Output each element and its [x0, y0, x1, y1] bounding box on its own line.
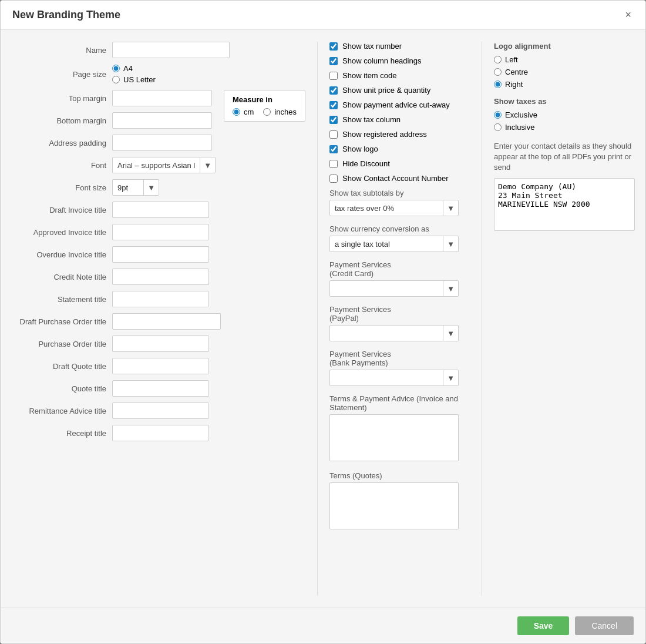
terms-quotes-section: Terms (Quotes)	[329, 471, 470, 531]
show-item-code-row: Show item code	[329, 71, 470, 80]
remittance-row: Remittance Advice title REMITTANCE ADVIC…	[12, 402, 305, 419]
payment-bank-arrow-icon[interactable]: ▼	[443, 370, 458, 385]
tax-subtotals-value: tax rates over 0%	[330, 204, 443, 213]
bottom-margin-label: Bottom margin	[12, 116, 112, 125]
hide-discount-checkbox[interactable]	[329, 160, 338, 168]
draft-invoice-input[interactable]: DRAFT INVOICE	[112, 202, 209, 218]
show-unit-price-checkbox[interactable]	[329, 86, 338, 95]
receipt-input[interactable]: RECEIPT	[112, 425, 209, 441]
tax-inclusive-radio[interactable]	[494, 123, 502, 131]
tax-subtotals-arrow-icon[interactable]: ▼	[443, 200, 458, 216]
receipt-row: Receipt title RECEIPT	[12, 425, 305, 441]
contact-details-textarea[interactable]: Demo Company (AU) 23 Main Street MARINEV…	[494, 178, 635, 231]
currency-conversion-arrow-icon[interactable]: ▼	[443, 236, 458, 251]
tax-inclusive-label: Inclusive	[505, 123, 535, 132]
overdue-invoice-input[interactable]: TAX INVOICE	[112, 246, 209, 263]
draft-invoice-label: Draft Invoice title	[12, 206, 112, 214]
payment-paypal-select[interactable]: ▼	[329, 325, 459, 341]
payment-paypal-arrow-icon[interactable]: ▼	[443, 326, 458, 341]
name-input[interactable]	[112, 42, 230, 58]
remittance-input[interactable]: REMITTANCE ADVICE	[112, 402, 209, 419]
logo-left-radio[interactable]	[494, 56, 502, 63]
tax-exclusive-option[interactable]: Exclusive	[494, 110, 635, 119]
top-margin-row: Top margin 1.35	[12, 90, 212, 106]
page-size-us[interactable]: US Letter	[112, 75, 156, 84]
draft-po-input[interactable]: DRAFT PURCHASE ORDER	[112, 313, 221, 330]
measure-inches-label: inches	[274, 108, 297, 116]
statement-input[interactable]: STATEMENT	[112, 291, 209, 307]
show-column-headings-checkbox[interactable]	[329, 57, 338, 65]
page-size-a4-label: A4	[123, 64, 133, 73]
logo-right-option[interactable]: Right	[494, 80, 635, 89]
show-registered-address-checkbox[interactable]	[329, 130, 338, 139]
show-contact-account-checkbox[interactable]	[329, 175, 338, 183]
purchase-order-input[interactable]: PURCHASE ORDER	[112, 336, 209, 352]
address-padding-input[interactable]: 1.00	[112, 135, 212, 151]
show-logo-checkbox[interactable]	[329, 145, 338, 153]
payment-paypal-label: Payment Services (PayPal)	[329, 305, 470, 323]
show-contact-account-row: Show Contact Account Number	[329, 174, 470, 183]
left-column: Name Page size A4 US Letter	[12, 42, 318, 596]
measure-inches-radio[interactable]	[263, 108, 271, 116]
tax-subtotals-select[interactable]: tax rates over 0% ▼	[329, 200, 459, 216]
font-size-row: Font size 9pt ▼	[12, 179, 305, 196]
name-label: Name	[12, 46, 112, 55]
logo-centre-label: Centre	[505, 68, 528, 76]
credit-note-input[interactable]: CREDIT NOTE	[112, 269, 209, 285]
tax-exclusive-radio[interactable]	[494, 111, 502, 119]
measure-cm[interactable]: cm	[233, 108, 254, 116]
modal-footer: Save Cancel	[1, 608, 645, 643]
page-size-us-label: US Letter	[123, 75, 156, 84]
quote-input[interactable]: QUOTE	[112, 380, 209, 397]
modal-container: New Branding Theme × Name Page size A4	[0, 0, 646, 644]
top-margin-input[interactable]: 1.35	[112, 90, 212, 106]
show-item-code-checkbox[interactable]	[329, 72, 338, 80]
name-row: Name	[12, 42, 305, 58]
font-label: Font	[12, 161, 112, 170]
page-size-a4-radio[interactable]	[112, 65, 120, 72]
draft-quote-input[interactable]: DRAFT QUOTE	[112, 358, 209, 374]
remittance-label: Remittance Advice title	[12, 407, 112, 415]
show-tax-number-checkbox[interactable]	[329, 42, 338, 51]
hide-discount-row: Hide Discount	[329, 159, 470, 168]
font-size-select[interactable]: 9pt ▼	[112, 179, 159, 196]
bottom-margin-input[interactable]: 1.00	[112, 112, 212, 129]
currency-conversion-select[interactable]: a single tax total ▼	[329, 236, 459, 252]
logo-centre-option[interactable]: Centre	[494, 68, 635, 76]
statement-row: Statement title STATEMENT	[12, 291, 305, 307]
show-payment-advice-label: Show payment advice cut-away	[342, 100, 450, 109]
page-size-row: Page size A4 US Letter	[12, 64, 305, 84]
font-size-arrow-icon[interactable]: ▼	[143, 180, 159, 195]
approved-invoice-input[interactable]: TAX INVOICE	[112, 224, 209, 240]
draft-po-row: Draft Purchase Order title DRAFT PURCHAS…	[12, 313, 305, 330]
tax-inclusive-option[interactable]: Inclusive	[494, 123, 635, 132]
payment-paypal-section: Payment Services (PayPal) ▼	[329, 305, 470, 341]
measure-cm-radio[interactable]	[233, 108, 240, 116]
payment-cc-arrow-icon[interactable]: ▼	[443, 281, 458, 296]
terms-invoice-textarea[interactable]	[329, 414, 459, 461]
approved-invoice-label: Approved Invoice title	[12, 228, 112, 237]
payment-cc-select[interactable]: ▼	[329, 280, 459, 297]
payment-paypal-label2: (PayPal)	[329, 314, 359, 323]
page-size-a4[interactable]: A4	[112, 64, 156, 73]
overdue-invoice-label: Overdue Invoice title	[12, 250, 112, 259]
payment-cc-label2: (Credit Card)	[329, 269, 374, 278]
show-tax-column-checkbox[interactable]	[329, 116, 338, 124]
font-select-arrow-icon[interactable]: ▼	[200, 157, 215, 173]
payment-cc-label1: Payment Services	[329, 260, 391, 269]
purchase-order-row: Purchase Order title PURCHASE ORDER	[12, 336, 305, 352]
terms-quotes-textarea[interactable]	[329, 482, 459, 529]
measure-inches[interactable]: inches	[263, 108, 297, 116]
cancel-button[interactable]: Cancel	[575, 616, 634, 635]
font-row: Font Arial – supports Asian l ▼	[12, 157, 305, 173]
font-select[interactable]: Arial – supports Asian l ▼	[112, 157, 216, 173]
logo-left-option[interactable]: Left	[494, 55, 635, 64]
page-size-us-radio[interactable]	[112, 76, 120, 83]
payment-bank-select[interactable]: ▼	[329, 370, 459, 386]
show-payment-advice-checkbox[interactable]	[329, 101, 338, 109]
logo-right-radio[interactable]	[494, 80, 502, 88]
save-button[interactable]: Save	[517, 616, 570, 635]
payment-bank-section: Payment Services (Bank Payments) ▼	[329, 350, 470, 386]
close-button[interactable]: ×	[623, 9, 634, 21]
logo-centre-radio[interactable]	[494, 68, 502, 76]
